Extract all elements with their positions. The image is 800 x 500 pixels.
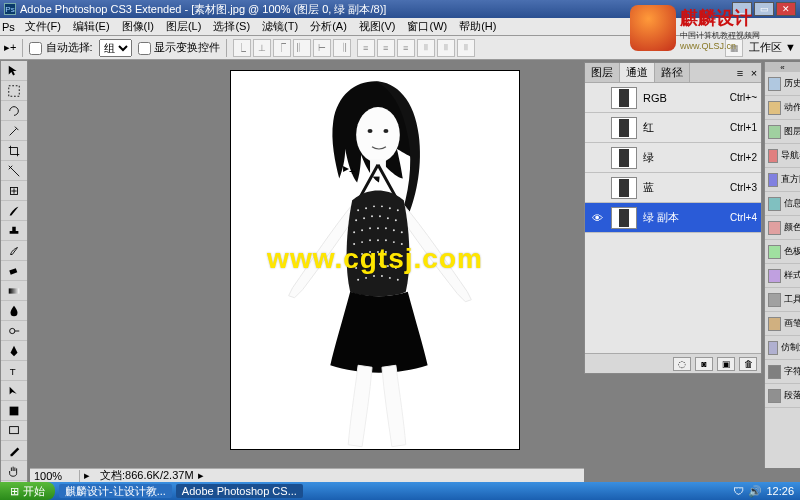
visibility-icon[interactable] — [589, 90, 605, 106]
zoom-level[interactable]: 100% — [30, 470, 80, 482]
lasso-tool[interactable] — [1, 101, 27, 121]
visibility-icon[interactable] — [589, 180, 605, 196]
dock-item[interactable]: 动作 — [765, 96, 800, 120]
dist-btn[interactable]: ≡ — [397, 39, 415, 57]
auto-select-checkbox[interactable]: 自动选择: — [29, 40, 92, 55]
align-btn[interactable]: ⎿ — [233, 39, 251, 57]
canvas[interactable]: ▸+ www.cgtsj.com — [230, 70, 520, 450]
dist-btn[interactable]: ≡ — [377, 39, 395, 57]
dock-item[interactable]: 导航器 — [765, 144, 800, 168]
tab-layers[interactable]: 图层 — [585, 63, 620, 82]
load-selection-button[interactable]: ◌ — [673, 357, 691, 371]
channel-row[interactable]: 👁绿 副本Ctrl+4 — [585, 203, 761, 233]
dock-item[interactable]: 图层 — [765, 120, 800, 144]
minimize-button[interactable]: _ — [732, 2, 752, 16]
move-tool[interactable] — [1, 61, 27, 81]
menu-image[interactable]: 图像(I) — [116, 19, 160, 34]
menu-select[interactable]: 选择(S) — [207, 19, 256, 34]
menu-filter[interactable]: 滤镜(T) — [256, 19, 304, 34]
align-btn[interactable]: ⊢ — [313, 39, 331, 57]
dist-btn[interactable]: ≡ — [357, 39, 375, 57]
path-select-tool[interactable] — [1, 381, 27, 401]
crop-tool[interactable] — [1, 141, 27, 161]
history-brush-tool[interactable] — [1, 241, 27, 261]
start-button[interactable]: ⊞ 开始 — [0, 482, 55, 500]
menu-window[interactable]: 窗口(W) — [401, 19, 453, 34]
heal-tool[interactable] — [1, 181, 27, 201]
tray-icon[interactable]: 🛡 — [733, 485, 744, 497]
arrange-icon[interactable]: ▦ — [725, 39, 743, 57]
marquee-tool[interactable] — [1, 81, 27, 101]
gradient-tool[interactable] — [1, 281, 27, 301]
dock-item[interactable]: 样式 — [765, 264, 800, 288]
slice-tool[interactable] — [1, 161, 27, 181]
dock-item[interactable]: 直方图 — [765, 168, 800, 192]
new-channel-button[interactable]: ▣ — [717, 357, 735, 371]
dodge-tool[interactable] — [1, 321, 27, 341]
align-btn[interactable]: ⊥ — [253, 39, 271, 57]
pen-tool[interactable] — [1, 341, 27, 361]
notes-tool[interactable] — [1, 421, 27, 441]
dock-item[interactable]: 色板 — [765, 240, 800, 264]
doc-size: 文档:866.6K/2.37M — [94, 468, 194, 483]
align-btn[interactable]: |⎸ — [293, 39, 311, 57]
channel-name: 绿 — [643, 150, 730, 165]
menu-analysis[interactable]: 分析(A) — [304, 19, 353, 34]
eraser-tool[interactable] — [1, 261, 27, 281]
channel-row[interactable]: RGBCtrl+~ — [585, 83, 761, 113]
hand-tool[interactable] — [1, 461, 27, 481]
delete-channel-button[interactable]: 🗑 — [739, 357, 757, 371]
menu-edit[interactable]: 编辑(E) — [67, 19, 116, 34]
tab-channels[interactable]: 通道 — [620, 63, 655, 82]
eyedropper-tool[interactable] — [1, 441, 27, 461]
dock-item[interactable]: 历史 — [765, 72, 800, 96]
tray-icon[interactable]: 🔊 — [748, 485, 762, 498]
menu-file[interactable]: 文件(F) — [19, 19, 67, 34]
type-tool[interactable]: T — [1, 361, 27, 381]
maximize-button[interactable]: ▭ — [754, 2, 774, 16]
menu-layer[interactable]: 图层(L) — [160, 19, 207, 34]
dock-item[interactable]: 画笔 — [765, 312, 800, 336]
dock-item[interactable]: 颜色 — [765, 216, 800, 240]
dock-item[interactable]: 字符 — [765, 360, 800, 384]
brush-tool[interactable] — [1, 201, 27, 221]
auto-select-dropdown[interactable]: 组 — [99, 39, 132, 57]
svg-point-12 — [356, 107, 400, 163]
workspace-dropdown[interactable]: 工作区 ▼ — [749, 40, 796, 55]
align-btn[interactable]: ⎹| — [333, 39, 351, 57]
save-selection-button[interactable]: ◙ — [695, 357, 713, 371]
dock-item[interactable]: 段落 — [765, 384, 800, 408]
wand-tool[interactable] — [1, 121, 27, 141]
app-icon: Ps — [4, 3, 16, 15]
dist-btn[interactable]: ⫴ — [437, 39, 455, 57]
status-menu-icon[interactable]: ▸ — [194, 469, 208, 482]
dist-btn[interactable]: ⫴ — [457, 39, 475, 57]
dist-btn[interactable]: ⫴ — [417, 39, 435, 57]
dock-expand-icon[interactable]: « — [765, 62, 800, 72]
dock-item[interactable]: 工具 — [765, 288, 800, 312]
menu-help[interactable]: 帮助(H) — [453, 19, 502, 34]
visibility-icon[interactable] — [589, 150, 605, 166]
dock-item[interactable]: 仿制源 — [765, 336, 800, 360]
channel-row[interactable]: 红Ctrl+1 — [585, 113, 761, 143]
taskbar-item[interactable]: Adobe Photoshop CS... — [176, 484, 303, 498]
tab-paths[interactable]: 路径 — [655, 63, 690, 82]
taskbar-item[interactable]: 麒麟设计-让设计教... — [59, 484, 172, 498]
show-transform-checkbox[interactable]: 显示变换控件 — [138, 40, 220, 55]
align-btn[interactable]: ⎾ — [273, 39, 291, 57]
close-button[interactable]: ✕ — [776, 2, 796, 16]
menu-view[interactable]: 视图(V) — [353, 19, 402, 34]
visibility-icon[interactable]: 👁 — [589, 210, 605, 226]
status-arrow-icon[interactable]: ▸ — [80, 469, 94, 482]
channels-panel: 图层 通道 路径 ≡ × RGBCtrl+~红Ctrl+1绿Ctrl+2蓝Ctr… — [584, 62, 762, 374]
stamp-tool[interactable] — [1, 221, 27, 241]
panel-close-icon[interactable]: × — [747, 63, 761, 82]
blur-tool[interactable] — [1, 301, 27, 321]
channel-row[interactable]: 蓝Ctrl+3 — [585, 173, 761, 203]
panel-menu-icon[interactable]: ≡ — [733, 63, 747, 82]
shape-tool[interactable] — [1, 401, 27, 421]
system-tray[interactable]: 🛡 🔊 12:26 — [727, 485, 800, 498]
dock-item[interactable]: 信息 — [765, 192, 800, 216]
channel-row[interactable]: 绿Ctrl+2 — [585, 143, 761, 173]
visibility-icon[interactable] — [589, 120, 605, 136]
